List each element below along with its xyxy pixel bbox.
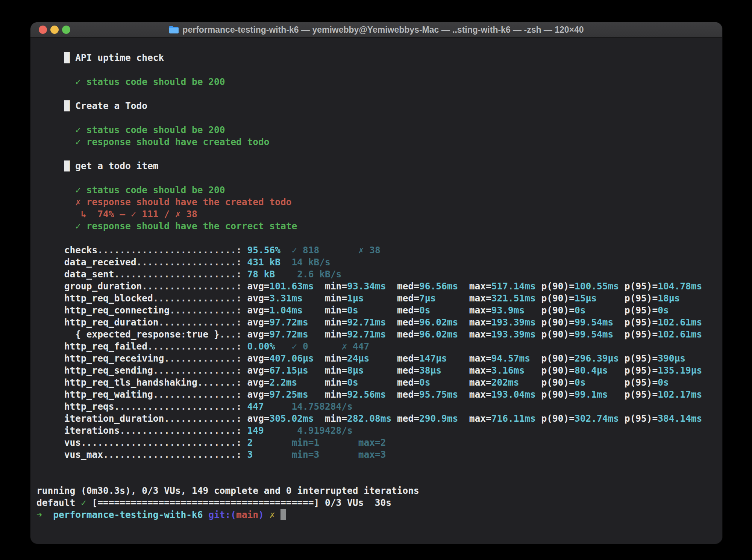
- terminal-line: [36, 473, 722, 485]
- terminal-line: default ✓ [=============================…: [36, 497, 722, 509]
- terminal-window: performance-testing-with-k6 — yemiwebby@…: [30, 22, 723, 544]
- terminal-line: [36, 148, 722, 160]
- terminal-line: data_received..................: 431 kB …: [36, 256, 722, 268]
- terminal-line: group_duration.................: avg=101…: [36, 280, 722, 292]
- terminal-line: █ API uptime check: [36, 52, 722, 64]
- terminal-line: ✓ status code should be 200: [36, 184, 722, 196]
- terminal-line: vus_max........................: 3 min=3…: [36, 449, 722, 461]
- terminal-line: ✓ status code should be 200: [36, 124, 722, 136]
- terminal-line: [36, 172, 722, 184]
- traffic-lights: [39, 22, 70, 37]
- terminal-line: http_req_receiving.............: avg=407…: [36, 353, 722, 365]
- terminal-line: running (0m30.3s), 0/3 VUs, 149 complete…: [36, 485, 722, 497]
- terminal-line: http_req_duration..............: avg=97.…: [36, 316, 722, 328]
- terminal-line: http_req_failed................: 0.00% ✓…: [36, 341, 722, 353]
- terminal-line: [36, 112, 722, 124]
- terminal-line: { expected_response:true }...: avg=97.72…: [36, 328, 722, 341]
- terminal-line: iteration_duration.............: avg=305…: [36, 413, 722, 425]
- terminal-output[interactable]: █ API uptime check ✓ status code should …: [30, 38, 722, 544]
- folder-icon: [169, 26, 179, 34]
- terminal-line: checks.........................: 95.56% …: [36, 244, 722, 256]
- terminal-line: http_req_waiting...............: avg=97.…: [36, 389, 722, 401]
- terminal-line: vus............................: 2 min=1…: [36, 437, 722, 449]
- terminal-line: ✓ response should have the correct state: [36, 220, 722, 232]
- terminal-line: [36, 64, 722, 76]
- terminal-line: [36, 88, 722, 100]
- terminal-line: http_req_sending...............: avg=67.…: [36, 365, 722, 377]
- zoom-button[interactable]: [62, 26, 70, 34]
- terminal-line: http_req_blocked...............: avg=3.3…: [36, 292, 722, 304]
- terminal-line: [36, 232, 722, 244]
- terminal-line: ✗ response should have the created todo: [36, 196, 722, 208]
- terminal-line: http_req_connecting............: avg=1.0…: [36, 304, 722, 316]
- terminal-line: █ get a todo item: [36, 160, 722, 172]
- window-title: performance-testing-with-k6 — yemiwebby@…: [182, 25, 584, 35]
- terminal-line: ↳ 74% — ✓ 111 / ✗ 38: [36, 208, 722, 220]
- terminal-line: [36, 461, 722, 473]
- terminal-line: iterations.....................: 149 4.9…: [36, 425, 722, 437]
- minimize-button[interactable]: [50, 26, 59, 34]
- close-button[interactable]: [39, 26, 47, 34]
- terminal-line: █ Create a Todo: [36, 100, 722, 112]
- terminal-line: ✓ response should have created todo: [36, 136, 722, 148]
- terminal-line: ➜ performance-testing-with-k6 git:(main)…: [36, 509, 722, 521]
- terminal-line: ✓ status code should be 200: [36, 76, 722, 88]
- terminal-line: http_reqs......................: 447 14.…: [36, 401, 722, 413]
- window-title-group: performance-testing-with-k6 — yemiwebby@…: [169, 25, 584, 35]
- terminal-line: data_sent......................: 78 kB 2…: [36, 268, 722, 280]
- titlebar[interactable]: performance-testing-with-k6 — yemiwebby@…: [30, 22, 722, 38]
- terminal-line: http_req_tls_handshaking.......: avg=2.2…: [36, 377, 722, 389]
- terminal-line: [36, 40, 722, 52]
